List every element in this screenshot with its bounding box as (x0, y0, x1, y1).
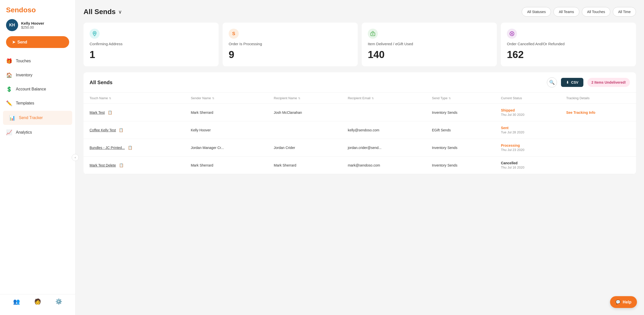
send-button-label: Send (17, 40, 27, 44)
cell-recipient-email (342, 104, 426, 121)
undelivered-badge[interactable]: 2 Items Undelivered! (587, 78, 630, 87)
help-button[interactable]: 💬 Help (610, 296, 637, 308)
cell-send-type: Inventory Sends (426, 104, 495, 121)
all-touches-filter[interactable]: All Touches (582, 7, 610, 17)
all-time-filter[interactable]: All Time (613, 7, 636, 17)
stat-card-label: Item Delivered / eGift Used (368, 41, 491, 46)
send-button[interactable]: ➤ Send (6, 36, 69, 48)
status-badge: Processing (501, 143, 554, 147)
stat-card-order-cancelled[interactable]: Order Cancelled And/Or Refunded 162 (501, 23, 636, 66)
user-name: Kelly Hoover (21, 21, 44, 25)
touch-note-icon: 📋 (119, 128, 124, 132)
sidebar: Sendoso KH Kelly Hoover $250.00 ➤ Send 🎁… (0, 0, 75, 315)
table-header: All Sends 🔍 ⬇ CSV 2 Items Undelivered! (84, 72, 636, 93)
sidebar-item-label: Inventory (16, 73, 32, 77)
cell-tracking-details: See Tracking Info (560, 104, 636, 121)
table-row: Bundles - JC Printed... 📋 Jordan Manager… (84, 139, 636, 156)
csv-label: CSV (571, 80, 578, 84)
stat-card-label: Confirming Address (90, 41, 213, 46)
stat-card-order-processing[interactable]: S Order Is Processing 9 (223, 23, 358, 66)
sidebar-item-label: Analytics (16, 130, 32, 135)
col-recipient-name[interactable]: Recipient Name⇅ (268, 93, 342, 104)
templates-icon: ✏️ (6, 100, 12, 106)
sidebar-item-label: Touches (16, 59, 31, 63)
touch-name-link[interactable]: Coffee Kelly Test (90, 128, 116, 132)
cell-tracking-details (560, 121, 636, 139)
sidebar-collapse-button[interactable]: ‹ (72, 154, 79, 161)
cell-current-status: Processing Thu Jul 23 2020 (495, 139, 560, 156)
cell-current-status: Sent Tue Jul 28 2020 (495, 121, 560, 139)
cell-recipient-email: mark@sendoso.com (342, 156, 426, 174)
cell-current-status: Cancelled Thu Jul 16 2020 (495, 156, 560, 174)
order-cancelled-icon (507, 29, 517, 39)
chevron-down-icon[interactable]: ∨ (118, 9, 122, 15)
touch-name-link[interactable]: Mark Test Delete (90, 163, 116, 167)
all-teams-filter[interactable]: All Teams (553, 7, 579, 17)
cell-send-type: Inventory Sends (426, 156, 495, 174)
touch-name-link[interactable]: Mark Test (90, 111, 105, 115)
col-send-type[interactable]: Send Type⇅ (426, 93, 495, 104)
sidebar-item-inventory[interactable]: 🏠 Inventory (0, 68, 75, 82)
cell-touch-name: Mark Test Delete 📋 (84, 156, 185, 174)
status-date: Tue Jul 28 2020 (501, 130, 554, 134)
stat-card-label: Order Is Processing (229, 41, 352, 46)
sidebar-item-analytics[interactable]: 📈 Analytics (0, 125, 75, 139)
cell-recipient-email: jordan.crider@send... (342, 139, 426, 156)
tracking-link[interactable]: See Tracking Info (566, 111, 595, 115)
confirming-address-icon (90, 29, 100, 39)
logo-area: Sendoso (0, 6, 75, 19)
stat-card-label: Order Cancelled And/Or Refunded (507, 41, 630, 46)
col-touch-name[interactable]: Touch Name⇅ (84, 93, 185, 104)
table-row: Mark Test Delete 📋 Mark Sherrard Mark Sh… (84, 156, 636, 174)
all-statuses-filter[interactable]: All Statuses (522, 7, 551, 17)
stat-card-value: 140 (368, 49, 491, 60)
stat-card-value: 1 (90, 49, 213, 60)
col-current-status: Current Status (495, 93, 560, 104)
table-section: All Sends 🔍 ⬇ CSV 2 Items Undelivered! T… (84, 72, 636, 174)
cell-touch-name: Bundles - JC Printed... 📋 (84, 139, 185, 156)
table-header-row: Touch Name⇅ Sender Name⇅ Recipient Name⇅… (84, 93, 636, 104)
cell-send-type: EGift Sends (426, 121, 495, 139)
nav-items: 🎁 Touches 🏠 Inventory 💲 Account Balance … (0, 54, 75, 294)
sidebar-item-touches[interactable]: 🎁 Touches (0, 54, 75, 68)
stat-card-item-delivered[interactable]: Item Delivered / eGift Used 140 (362, 23, 497, 66)
stat-card-value: 9 (229, 49, 352, 60)
cell-recipient-name: Josh McClanahan (268, 104, 342, 121)
table-row: Coffee Kelly Test 📋 Kelly Hoover kelly@s… (84, 121, 636, 139)
sidebar-item-templates[interactable]: ✏️ Templates (0, 96, 75, 110)
sidebar-item-label: Templates (16, 101, 34, 106)
account-balance-icon: 💲 (6, 86, 12, 92)
touch-name-link[interactable]: Bundles - JC Printed... (90, 146, 125, 150)
cell-sender-name: Kelly Hoover (185, 121, 268, 139)
search-button[interactable]: 🔍 (547, 77, 557, 87)
stat-card-value: 162 (507, 49, 630, 60)
avatar: KH (6, 19, 18, 31)
cell-sender-name: Mark Sherrard (185, 104, 268, 121)
settings-icon[interactable]: ⚙️ (55, 298, 62, 305)
col-recipient-email[interactable]: Recipient Email⇅ (342, 93, 426, 104)
teams-icon[interactable]: 👥 (13, 298, 20, 305)
sidebar-bottom: 👥 🧑 ⚙️ (0, 294, 75, 309)
status-date: Thu Jul 30 2020 (501, 113, 554, 117)
stat-card-confirming-address[interactable]: Confirming Address 1 (84, 23, 219, 66)
table-row: Mark Test 📋 Mark Sherrard Josh McClanaha… (84, 104, 636, 121)
main-content: All Sends ∨ All Statuses All Teams All T… (75, 0, 644, 315)
page-title-area: All Sends ∨ (84, 8, 122, 16)
cell-recipient-name: Mark Sherrard (268, 156, 342, 174)
touch-note-icon: 📋 (108, 110, 112, 115)
sidebar-item-label: Account Balance (16, 87, 46, 91)
col-tracking-details: Tracking Details (560, 93, 636, 104)
sidebar-item-account-balance[interactable]: 💲 Account Balance (0, 82, 75, 96)
status-badge: Sent (501, 126, 554, 130)
status-badge: Cancelled (501, 161, 554, 165)
analytics-icon: 📈 (6, 129, 12, 135)
help-icon: 💬 (616, 300, 621, 304)
help-label: Help (623, 300, 631, 304)
people-icon[interactable]: 🧑 (34, 298, 41, 305)
col-sender-name[interactable]: Sender Name⇅ (185, 93, 268, 104)
sidebar-item-send-tracker[interactable]: 📊 Send Tracker (3, 111, 72, 125)
send-icon: ➤ (12, 40, 15, 44)
item-delivered-icon (368, 29, 378, 39)
send-tracker-icon: 📊 (9, 115, 15, 121)
csv-download-button[interactable]: ⬇ CSV (561, 78, 583, 87)
